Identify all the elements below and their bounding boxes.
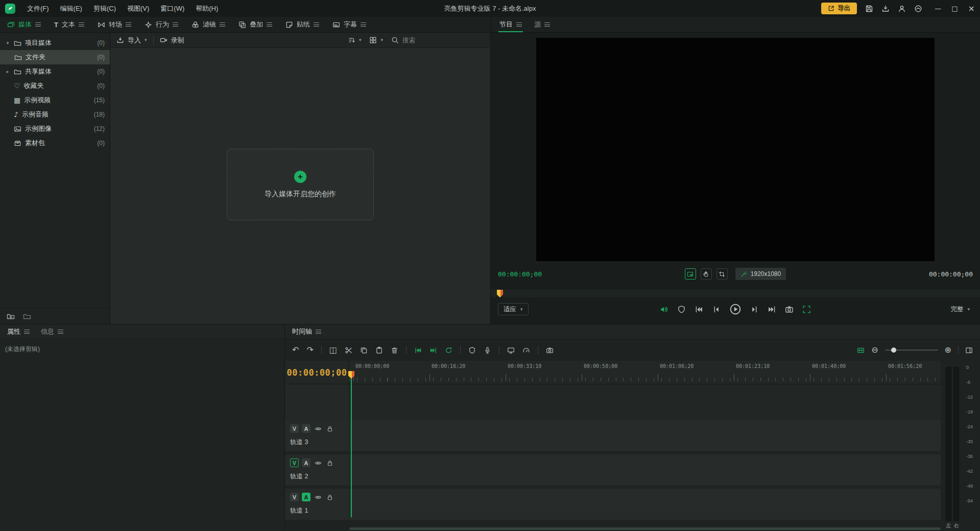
captions-menu-icon[interactable]: [361, 22, 366, 27]
tab-media[interactable]: 媒体: [7, 17, 41, 32]
snapshot-icon[interactable]: [785, 305, 794, 314]
minimize-button[interactable]: —: [935, 5, 941, 12]
empty-track-dropzone[interactable]: [285, 384, 941, 420]
sort-button[interactable]: ▾: [348, 36, 362, 44]
transitions-menu-icon[interactable]: [126, 22, 131, 27]
redo-icon[interactable]: ↷: [306, 346, 313, 354]
paste-icon[interactable]: [375, 347, 383, 354]
download-icon[interactable]: [881, 5, 890, 13]
stickers-menu-icon[interactable]: [314, 22, 319, 27]
import-button[interactable]: 导入 ▾: [116, 36, 147, 45]
tab-program-monitor[interactable]: 节目: [499, 17, 522, 32]
tab-stickers[interactable]: 贴纸: [285, 17, 319, 32]
search-box[interactable]: [391, 36, 433, 44]
menu-help[interactable]: 帮助(H): [191, 2, 223, 15]
previous-frame-icon[interactable]: [712, 305, 721, 314]
tab-timeline[interactable]: 时间轴: [292, 327, 321, 336]
tab-overlays[interactable]: 叠加: [238, 17, 272, 32]
close-button[interactable]: ×: [968, 5, 975, 13]
sidebar-item-sample-images[interactable]: 示例图像 (12): [0, 122, 110, 136]
hand-icon[interactable]: [701, 268, 712, 280]
zoom-fit-dropdown[interactable]: 适应 ▾: [498, 303, 529, 315]
shield-icon[interactable]: [677, 305, 686, 314]
member-icon[interactable]: [914, 5, 922, 13]
pip-icon[interactable]: [685, 268, 696, 280]
tab-text[interactable]: T 文本: [54, 17, 84, 32]
next-frame-icon[interactable]: [750, 305, 759, 314]
search-input[interactable]: [402, 37, 433, 44]
eye-icon[interactable]: [314, 424, 322, 433]
source-menu-icon[interactable]: [544, 22, 550, 27]
lock-icon[interactable]: [325, 458, 334, 467]
timeline-scrollbar[interactable]: [349, 527, 941, 530]
overlays-menu-icon[interactable]: [267, 22, 272, 27]
jump-end-icon[interactable]: [768, 305, 776, 314]
sidebar-item-folder[interactable]: 文件夹 (0): [0, 50, 110, 64]
maximize-button[interactable]: □: [951, 5, 958, 12]
lock-icon[interactable]: [325, 493, 334, 501]
fullscreen-icon[interactable]: [802, 305, 811, 314]
screen-record-icon[interactable]: [507, 347, 515, 354]
jump-start-icon[interactable]: [414, 347, 422, 354]
info-menu-icon[interactable]: [58, 330, 63, 334]
tab-info[interactable]: 信息: [41, 327, 63, 336]
chevron-down-icon[interactable]: ▾: [5, 41, 10, 45]
tab-transitions[interactable]: 转场: [98, 17, 131, 32]
playhead-marker[interactable]: [348, 371, 354, 379]
import-dropzone[interactable]: + 导入媒体开启您的创作: [227, 149, 374, 220]
text-menu-icon[interactable]: [79, 22, 84, 27]
track-audio-toggle[interactable]: A: [302, 458, 310, 467]
tab-captions[interactable]: 字幕: [332, 17, 366, 32]
zoom-in-icon[interactable]: ⊕: [945, 346, 951, 354]
crop-icon[interactable]: [716, 268, 728, 280]
sidebar-item-shared-media[interactable]: ▸ 共享媒体 (0): [0, 64, 110, 79]
shield-icon[interactable]: [468, 347, 476, 354]
scrubber-playhead-marker[interactable]: [497, 290, 503, 297]
undo-icon[interactable]: ↶: [292, 346, 299, 354]
track-audio-toggle[interactable]: A: [302, 424, 310, 433]
voiceover-mic-icon[interactable]: [484, 347, 491, 354]
timeline-ruler[interactable]: 00:00:00;00 00:00:00;00 00:00:16;20 00:0…: [285, 361, 980, 384]
program-menu-icon[interactable]: [516, 22, 522, 27]
eye-icon[interactable]: [314, 458, 322, 467]
sidebar-item-sample-videos[interactable]: ▦ 示例视频 (15): [0, 93, 110, 107]
split-icon[interactable]: ◫: [329, 346, 337, 354]
folder-icon[interactable]: [23, 312, 31, 320]
zoom-slider-handle[interactable]: [891, 348, 896, 353]
tab-filters[interactable]: 滤镜: [192, 17, 225, 32]
properties-menu-icon[interactable]: [24, 330, 30, 334]
track-2-lane[interactable]: [349, 454, 941, 486]
tab-properties[interactable]: 属性: [7, 327, 30, 336]
scissors-icon[interactable]: [345, 347, 352, 354]
menu-file[interactable]: 文件(F): [22, 2, 54, 15]
media-menu-icon[interactable]: [35, 22, 41, 27]
sidebar-item-favorites[interactable]: ♡ 收藏夹 (0): [0, 79, 110, 93]
zoom-slider[interactable]: [885, 350, 938, 351]
account-icon[interactable]: [898, 5, 906, 13]
resolution-badge[interactable]: 1920x1080: [735, 268, 786, 280]
tab-source-monitor[interactable]: 源: [534, 17, 550, 32]
behaviors-menu-icon[interactable]: [173, 22, 178, 27]
menu-edit[interactable]: 编辑(E): [56, 2, 87, 15]
filters-menu-icon[interactable]: [220, 22, 225, 27]
play-icon[interactable]: [729, 303, 742, 315]
tab-behaviors[interactable]: 行为: [145, 17, 178, 32]
snapshot-icon[interactable]: [546, 347, 554, 354]
sidebar-item-project-media[interactable]: ▾ 项目媒体 (0): [0, 36, 110, 50]
eye-icon[interactable]: [314, 493, 322, 501]
sync-icon[interactable]: [445, 347, 452, 354]
playback-quality-dropdown[interactable]: 完整 ▾: [945, 303, 975, 315]
menu-window[interactable]: 窗口(W): [156, 2, 189, 15]
side-panel-icon[interactable]: [965, 347, 973, 354]
sidebar-item-asset-packs[interactable]: 素材包 (0): [0, 136, 110, 150]
save-icon[interactable]: [865, 5, 873, 13]
export-button[interactable]: 导出: [821, 3, 857, 14]
zoom-out-icon[interactable]: ⊖: [871, 346, 878, 354]
sidebar-item-sample-audio[interactable]: ♪ 示例音频 (18): [0, 107, 110, 122]
timeline-menu-icon[interactable]: [316, 330, 321, 334]
track-1-lane[interactable]: [349, 489, 941, 520]
track-video-toggle[interactable]: V: [290, 458, 299, 467]
track-3-lane[interactable]: [349, 420, 941, 451]
new-folder-icon[interactable]: [7, 312, 15, 320]
zoom-fit-icon[interactable]: [857, 347, 865, 354]
